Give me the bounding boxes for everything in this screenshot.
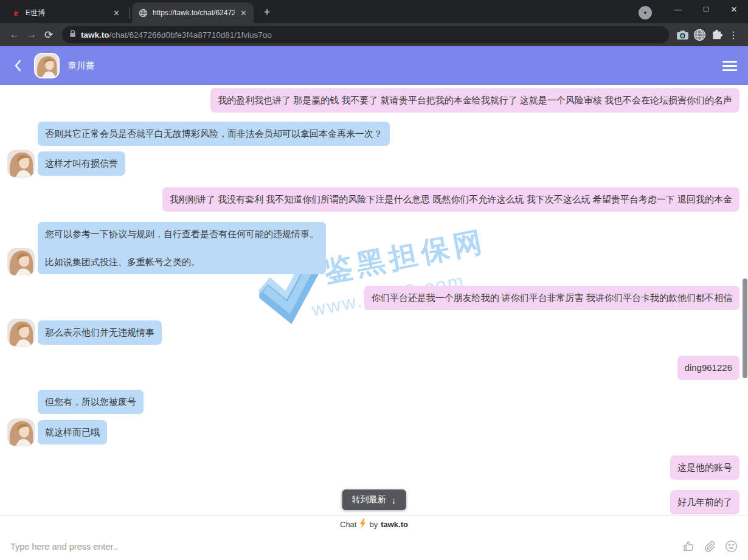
message-row: 你们平台还是我一个朋友给我的 讲你们平台非常厉害 我讲你们平台卡我的款他们都不相…: [0, 286, 748, 310]
window-controls: — ☐ ✕: [664, 0, 748, 18]
agent-name: 童川蔷: [68, 60, 95, 72]
message-row: 那么表示他们并无违规情事: [0, 320, 748, 345]
back-icon[interactable]: ←: [6, 26, 23, 43]
branding-chat-label: Chat: [340, 520, 356, 529]
tab-title: https://tawk.to/chat/6247266d: [153, 9, 235, 17]
scroll-to-latest-label: 转到最新: [352, 494, 386, 505]
back-chevron-icon[interactable]: [11, 59, 24, 72]
message-row: 但您有，所以您被废号: [0, 390, 748, 414]
maximize-button[interactable]: ☐: [692, 0, 720, 18]
message-row: 我的盈利我也讲了 那是赢的钱 我不要了 就请贵平台把我的本金给我就行了 这就是一…: [0, 88, 748, 112]
composer-icons: [682, 540, 738, 553]
url-host: tawk.to: [81, 30, 109, 40]
tab-search-button[interactable]: ▼: [639, 6, 652, 19]
visitor-message-bubble: 我刚刚讲了 我没有套利 我不知道你们所谓的风险下注是什么意思 既然你们不允许这么…: [162, 187, 739, 212]
agent-avatar: [7, 150, 35, 178]
forward-icon[interactable]: →: [23, 26, 40, 43]
message-list: 我的盈利我也讲了 那是赢的钱 我不要了 就请贵平台把我的本金给我就行了 这就是一…: [0, 85, 748, 514]
visitor-message-bubble: ding961226: [677, 356, 739, 380]
message-row: 否则其它正常会员是否就平白无故博彩风险，而非法会员却可以拿回本金再来一次？: [0, 122, 748, 146]
tab-separator: [129, 7, 130, 18]
message-line: 比如说集团式投注、多重帐号之类的。: [45, 256, 319, 268]
tab-tawkto[interactable]: https://tawk.to/chat/6247266d ✕: [132, 2, 254, 23]
message-row: 这样才叫有损信誉: [0, 151, 748, 176]
down-arrow-icon: ↓: [392, 495, 397, 505]
globe-extension-icon[interactable]: [691, 26, 708, 43]
menu-kebab-icon[interactable]: ⋮: [725, 26, 742, 43]
thumbs-up-icon[interactable]: [682, 540, 695, 553]
scrollbar-thumb[interactable]: [743, 278, 747, 378]
message-row: ding961226: [0, 356, 748, 380]
agent-message-bubble: 您可以参考一下协议与规则，自行查看是否有任何可能的违规情事。 比如说集团式投注、…: [38, 222, 326, 274]
url-path: /chat/6247266d0bfe3f4a87710d81/1fvius7oo: [109, 30, 272, 40]
message-row: 我刚刚讲了 我没有套利 我不知道你们所谓的风险下注是什么意思 既然你们不允许这么…: [0, 187, 748, 212]
agent-message-bubble: 否则其它正常会员是否就平白无故博彩风险，而非法会员却可以拿回本金再来一次？: [38, 122, 390, 146]
extensions-puzzle-icon[interactable]: [708, 26, 725, 43]
lightning-bolt-icon: [359, 519, 366, 530]
minimize-button[interactable]: —: [664, 0, 692, 18]
message-input[interactable]: [10, 542, 682, 551]
emoji-smiley-icon[interactable]: [724, 540, 738, 553]
visitor-message-bubble: 好几年前的了: [670, 490, 739, 514]
browser-window: e E世博 ✕ https://tawk.to/chat/6247266d ✕ …: [0, 0, 748, 560]
globe-favicon-icon: [138, 8, 148, 18]
message-row: 您可以参考一下协议与规则，自行查看是否有任何可能的违规情事。 比如说集团式投注、…: [0, 222, 748, 274]
agent-avatar: [34, 53, 60, 78]
agent-message-bubble: 就这样而已哦: [38, 420, 107, 444]
agent-message-bubble: 这样才叫有损信誉: [38, 151, 125, 176]
tab-close-icon[interactable]: ✕: [111, 8, 122, 18]
tab-close-icon[interactable]: ✕: [238, 8, 249, 18]
chat-body: 鉴黑担保网 www.jbdb8.com 我的盈利我也讲了 那是赢的钱 我不要了 …: [0, 85, 748, 515]
visitor-message-bubble: 这是他的账号: [670, 455, 739, 480]
browser-toolbar: ← → ⟳ tawk.to/chat/6247266d0bfe3f4a87710…: [0, 23, 748, 46]
agent-avatar: [7, 319, 35, 347]
chat-header: 童川蔷: [0, 46, 748, 85]
message-row: 这是他的账号: [0, 455, 748, 480]
visitor-message-bubble: 我的盈利我也讲了 那是赢的钱 我不要了 就请贵平台把我的本金给我就行了 这就是一…: [210, 88, 739, 112]
message-line: 您可以参考一下协议与规则，自行查看是否有任何可能的违规情事。: [45, 228, 319, 240]
tawkto-branding: Chat by tawk.to: [0, 515, 748, 533]
screenshot-extension-icon[interactable]: [674, 26, 691, 43]
eshibo-favicon-icon: e: [11, 8, 21, 18]
message-row: 就这样而已哦: [0, 420, 748, 444]
agent-avatar: [7, 419, 35, 446]
attachment-paperclip-icon[interactable]: [703, 540, 716, 553]
branding-tawkto-link[interactable]: tawk.to: [381, 520, 408, 529]
agent-message-bubble: 那么表示他们并无违规情事: [38, 320, 162, 345]
lock-icon: [69, 29, 76, 40]
hamburger-menu-icon[interactable]: [722, 61, 737, 71]
new-tab-button[interactable]: +: [258, 4, 275, 21]
agent-message-bubble: 但您有，所以您被废号: [38, 390, 144, 414]
tab-strip: e E世博 ✕ https://tawk.to/chat/6247266d ✕ …: [0, 0, 748, 23]
message-composer: [0, 533, 748, 560]
tab-eshibo[interactable]: e E世博 ✕: [5, 2, 126, 23]
visitor-message-bubble: 你们平台还是我一个朋友给我的 讲你们平台非常厉害 我讲你们平台卡我的款他们都不相…: [364, 286, 739, 310]
reload-icon[interactable]: ⟳: [40, 26, 57, 43]
address-bar[interactable]: tawk.to/chat/6247266d0bfe3f4a87710d81/1f…: [62, 26, 669, 43]
branding-by-label: by: [369, 520, 378, 529]
agent-avatar: [7, 248, 35, 275]
url-text: tawk.to/chat/6247266d0bfe3f4a87710d81/1f…: [81, 30, 272, 40]
close-button[interactable]: ✕: [720, 0, 748, 18]
tab-title: E世博: [26, 8, 108, 18]
scroll-to-latest-button[interactable]: 转到最新 ↓: [342, 489, 406, 510]
